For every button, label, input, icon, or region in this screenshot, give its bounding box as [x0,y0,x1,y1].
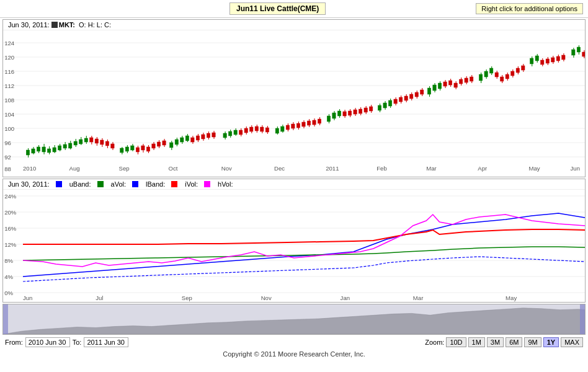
svg-text:Sep: Sep [119,166,130,172]
svg-rect-68 [185,136,189,141]
svg-text:2010: 2010 [23,166,36,172]
svg-rect-60 [131,146,134,150]
svg-text:Nov: Nov [221,166,232,172]
a-vol-label: aVol: [111,180,126,188]
zoom-controls: Zoom: 10D 1M 3M 6M 9M 1Y MAX [425,337,583,347]
svg-rect-86 [378,105,381,110]
svg-rect-146 [244,128,247,133]
svg-rect-52 [79,140,82,144]
svg-rect-158 [292,124,295,128]
svg-rect-78 [281,126,284,131]
svg-rect-252 [3,304,585,334]
svg-rect-108 [572,50,575,55]
svg-text:Mar: Mar [413,295,424,301]
zoom-1y-btn[interactable]: 1Y [543,337,559,347]
band-chart-header: Jun 30, 2011: uBand: aVol: lBand: iVol: … [3,179,585,190]
main-chart-svg: 124 120 116 112 108 104 100 96 92 88 201… [3,30,585,173]
band-chart-area[interactable]: 24% 20% 16% 12% 8% 4% 0% Jun Jul Sep Nov… [3,190,585,301]
svg-text:4%: 4% [4,274,13,280]
svg-rect-134 [191,138,194,142]
zoom-max-btn[interactable]: MAX [561,337,583,347]
svg-text:Oct: Oct [168,166,177,172]
to-label: To: [73,339,82,346]
svg-text:108: 108 [4,97,14,104]
svg-rect-34 [32,149,35,153]
svg-rect-76 [275,128,278,133]
u-band-label: uBand: [69,180,91,188]
svg-rect-222 [551,58,555,62]
svg-rect-110 [577,47,580,52]
svg-rect-132 [163,141,166,145]
svg-rect-118 [105,141,109,146]
svg-text:Dec: Dec [274,166,285,172]
svg-rect-154 [265,128,269,132]
navigator-svg [3,304,585,334]
svg-text:20%: 20% [4,210,16,216]
svg-rect-218 [541,60,544,64]
svg-text:Jun: Jun [23,295,32,301]
top-bar: Jun11 Live Cattle(CME) Right click for a… [0,0,588,18]
svg-rect-192 [421,90,424,94]
l-band-label: lBand: [146,180,165,188]
zoom-6m-btn[interactable]: 6M [506,337,522,347]
svg-rect-174 [354,110,357,114]
navigator-bar[interactable] [2,304,586,335]
svg-rect-144 [239,130,243,135]
svg-rect-54 [84,138,87,142]
zoom-10d-btn[interactable]: 10D [446,337,466,347]
svg-text:Feb: Feb [376,166,387,172]
svg-text:116: 116 [4,69,14,75]
svg-rect-200 [459,79,462,84]
main-chart-area[interactable]: 124 120 116 112 108 104 100 96 92 88 201… [3,30,585,173]
svg-rect-40 [47,149,50,153]
mkt-icon [51,22,58,28]
chart-title: Jun11 Live Cattle(CME) [229,2,326,15]
svg-text:0%: 0% [4,290,13,296]
svg-rect-44 [58,146,61,150]
svg-text:Jun: Jun [571,166,580,172]
svg-rect-162 [302,122,305,126]
svg-rect-186 [404,96,408,100]
svg-rect-166 [313,120,316,125]
svg-rect-104 [530,58,533,64]
svg-rect-156 [286,125,289,130]
svg-text:120: 120 [4,55,14,61]
o-label: O: [79,21,86,29]
i-vol-icon [171,181,177,187]
right-click-hint[interactable]: Right click for additional options [476,3,583,14]
main-chart-container: Jun 30, 2011: MKT: O: H: L: C: 124 120 1… [2,19,586,177]
zoom-9m-btn[interactable]: 9M [524,337,541,347]
svg-rect-206 [495,73,498,77]
svg-rect-220 [546,59,549,63]
svg-text:Jul: Jul [96,295,103,301]
svg-rect-148 [250,127,253,131]
svg-rect-208 [501,77,504,81]
svg-rect-152 [261,127,264,131]
svg-rect-94 [433,85,436,91]
to-date-input[interactable] [84,337,128,347]
svg-rect-66 [180,138,184,142]
a-vol-icon [97,181,104,187]
svg-rect-122 [136,148,139,152]
svg-rect-254 [580,304,585,334]
svg-rect-128 [152,144,155,148]
svg-rect-120 [111,144,114,148]
svg-rect-80 [327,116,330,122]
mkt-label: MKT: [59,21,75,29]
h-label: H: [88,21,95,29]
svg-rect-50 [74,141,77,145]
svg-rect-112 [90,138,93,142]
svg-rect-140 [207,133,210,138]
svg-rect-38 [42,147,45,152]
svg-rect-226 [562,55,565,60]
svg-rect-204 [470,77,473,81]
svg-rect-202 [465,78,468,82]
zoom-1m-btn[interactable]: 1M [468,337,485,347]
from-date-input[interactable] [25,337,70,347]
svg-rect-96 [438,83,441,89]
zoom-3m-btn[interactable]: 3M [487,337,504,347]
main-date-label: Jun 30, 2011: [8,21,50,29]
svg-rect-58 [125,147,128,151]
svg-text:Apr: Apr [478,166,487,172]
band-chart-svg: 24% 20% 16% 12% 8% 4% 0% Jun Jul Sep Nov… [3,190,585,301]
